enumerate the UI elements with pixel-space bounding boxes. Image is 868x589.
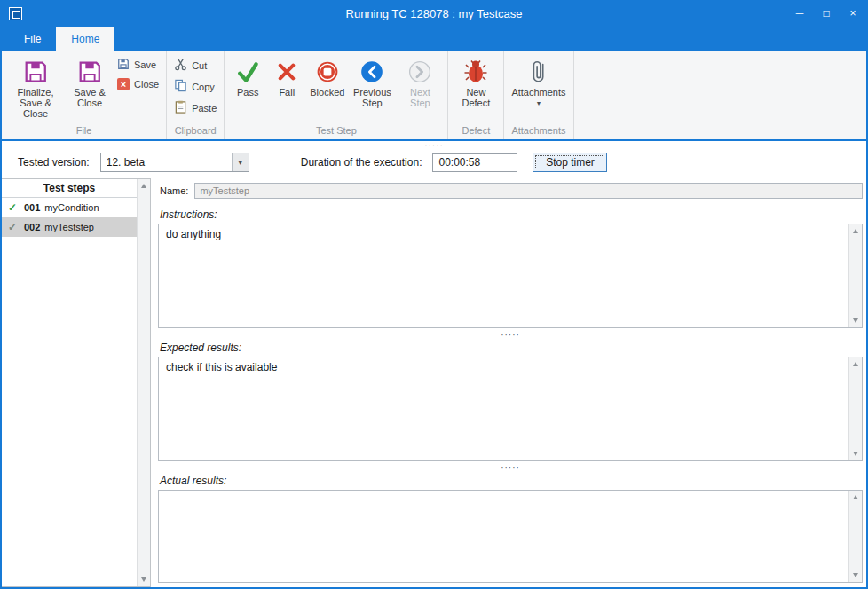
instructions-textbox[interactable]: do anything [158, 224, 863, 328]
scroll-up-button[interactable] [849, 491, 862, 504]
scissors-icon [174, 58, 187, 73]
cut-label: Cut [192, 60, 207, 71]
close-label: Close [134, 79, 159, 90]
blocked-label: Blocked [310, 87, 344, 98]
horizontal-splitter-handle[interactable]: ····· [2, 141, 866, 150]
maximize-button[interactable]: □ [813, 0, 840, 27]
actual-results-textbox[interactable] [158, 490, 863, 583]
group-label-clipboard: Clipboard [169, 125, 222, 139]
step-number: 001 [24, 202, 40, 213]
fail-x-icon [275, 57, 298, 87]
new-defect-label: New Defect [455, 87, 496, 108]
finalize-save-close-button[interactable]: Finalize, Save & Close [5, 54, 66, 120]
next-step-button: Next Step [396, 54, 444, 109]
actual-results-label: Actual results: [160, 475, 863, 487]
close-button[interactable]: × [840, 0, 866, 27]
expected-results-text[interactable]: check if this is available [159, 357, 848, 460]
save-and-close-button[interactable]: Save & Close [66, 54, 114, 109]
scroll-up-button[interactable] [849, 357, 862, 371]
triangle-down-icon [853, 573, 858, 577]
expected-results-scrollbar[interactable] [848, 357, 862, 460]
app-window: Running TC 128078 : my Testcase ─ □ × Fi… [0, 0, 868, 589]
minimize-button[interactable]: ─ [786, 0, 813, 27]
close-x-icon: × [117, 78, 130, 90]
previous-arrow-icon [359, 57, 384, 87]
actual-results-text[interactable] [159, 491, 848, 582]
ribbon-group-test-step: Pass Fail Blocked [225, 51, 448, 139]
window-controls: ─ □ × [786, 0, 866, 27]
new-defect-button[interactable]: New Defect [452, 54, 500, 109]
copy-icon [174, 79, 187, 94]
attachments-dropdown-icon[interactable]: ▼ [536, 98, 542, 109]
pass-label: Pass [237, 87, 258, 98]
save-label: Save [134, 59, 156, 70]
combobox-dropdown-button[interactable]: ▼ [232, 153, 249, 171]
scroll-down-button[interactable] [849, 314, 862, 327]
close-ribbon-button[interactable]: × Close [117, 78, 159, 90]
tab-file[interactable]: File [9, 27, 56, 51]
stop-timer-button[interactable]: Stop timer [533, 153, 607, 172]
tested-version-combobox[interactable]: 12. beta ▼ [100, 153, 249, 172]
ribbon-group-attachments: Attachments ▼ Attachments [504, 51, 573, 139]
next-arrow-icon [407, 57, 432, 87]
expected-results-textbox[interactable]: check if this is available [158, 357, 863, 461]
duration-label: Duration of the execution: [301, 156, 422, 169]
pass-button[interactable]: Pass [228, 54, 267, 98]
step-detail-form: Name: Instructions: do anything ····· Ex… [151, 178, 866, 587]
instructions-text[interactable]: do anything [159, 224, 848, 327]
scroll-down-button[interactable] [849, 447, 862, 460]
triangle-up-icon [853, 362, 858, 366]
step-number: 002 [24, 222, 40, 232]
titlebar: Running TC 128078 : my Testcase ─ □ × [2, 0, 866, 27]
triangle-down-icon [853, 318, 858, 323]
test-steps-scrollbar[interactable] [137, 179, 150, 586]
chevron-down-icon: ▼ [237, 160, 243, 166]
content-area: Test steps ✓ 001 myCondition ✓ 002 myTes… [2, 178, 866, 587]
paste-label: Paste [192, 103, 217, 114]
attachments-button[interactable]: Attachments ▼ [508, 54, 569, 110]
ribbon-group-clipboard: Cut Copy Paste Cl [167, 51, 225, 139]
triangle-up-icon [853, 229, 858, 233]
scroll-down-button[interactable] [849, 569, 862, 582]
app-icon[interactable] [9, 7, 22, 20]
tested-version-value: 12. beta [101, 153, 232, 171]
blocked-button[interactable]: Blocked [306, 54, 348, 98]
step-passed-check-icon: ✓ [8, 201, 20, 214]
window-title: Running TC 128078 : my Testcase [2, 7, 866, 20]
scroll-down-button[interactable] [138, 573, 150, 586]
minimize-icon: ─ [796, 7, 804, 20]
test-step-row[interactable]: ✓ 002 myTeststep [2, 217, 137, 237]
triangle-up-icon [141, 184, 146, 188]
group-label-test-step: Test Step [226, 125, 446, 139]
triangle-down-icon [853, 452, 858, 456]
ribbon: Finalize, Save & Close Save & Close Save [2, 51, 866, 141]
bug-icon [464, 57, 487, 87]
test-steps-panel: Test steps ✓ 001 myCondition ✓ 002 myTes… [2, 178, 151, 587]
triangle-down-icon [141, 577, 146, 582]
paperclip-icon [528, 57, 549, 87]
save-button[interactable]: Save [117, 58, 159, 72]
test-step-row[interactable]: ✓ 001 myCondition [2, 198, 137, 217]
instructions-scrollbar[interactable] [848, 224, 862, 327]
previous-step-button[interactable]: Previous Step [348, 54, 396, 109]
previous-step-label: Previous Step [351, 87, 392, 108]
name-label: Name: [160, 185, 188, 196]
fail-button[interactable]: Fail [267, 54, 306, 98]
step-check-icon: ✓ [8, 221, 20, 233]
tab-home[interactable]: Home [56, 27, 114, 51]
triangle-up-icon [853, 495, 858, 499]
step-name: myTeststep [44, 222, 94, 232]
vertical-splitter-handle[interactable]: ····· [158, 330, 863, 341]
cut-button[interactable]: Cut [174, 58, 217, 73]
group-label-file: File [4, 125, 164, 139]
blocked-stop-icon [315, 57, 340, 87]
paste-button[interactable]: Paste [174, 100, 217, 115]
scroll-up-button[interactable] [849, 224, 862, 238]
name-input[interactable] [194, 183, 863, 199]
pass-check-icon [235, 57, 260, 87]
actual-results-scrollbar[interactable] [848, 491, 862, 582]
duration-input[interactable] [432, 153, 517, 172]
vertical-splitter-handle[interactable]: ····· [158, 463, 863, 474]
copy-button[interactable]: Copy [174, 79, 217, 94]
scroll-up-button[interactable] [138, 179, 150, 192]
